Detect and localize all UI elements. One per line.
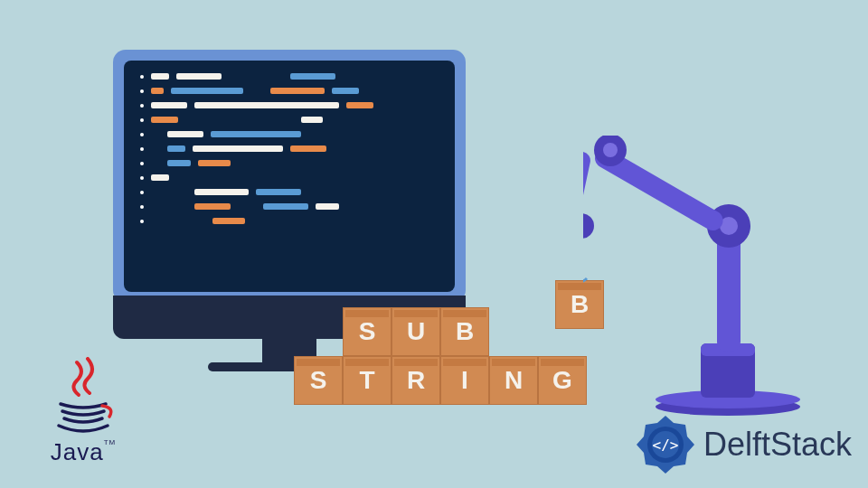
code-line [140, 88, 439, 94]
monitor-screen [124, 61, 455, 292]
java-cup-icon [52, 357, 115, 438]
box-r: R [392, 356, 440, 405]
box-row-top: S U B [343, 307, 587, 356]
box-t: T [343, 356, 392, 405]
code-line [140, 145, 439, 152]
code-line [140, 102, 439, 108]
svg-text:</>: </> [652, 436, 678, 454]
java-label: Java [51, 438, 104, 465]
code-line [140, 174, 439, 181]
boxes-stack: S U B S T R I N G [294, 307, 587, 405]
java-tm: TM [104, 438, 117, 446]
svg-point-9 [603, 143, 618, 157]
code-line [140, 131, 439, 137]
box-g: G [538, 356, 587, 405]
box-row-bottom: S T R I N G [294, 356, 587, 405]
box-s: S [343, 307, 392, 356]
svg-rect-10 [583, 150, 592, 224]
code-line [140, 189, 439, 195]
code-line [140, 160, 439, 166]
box-u: U [392, 307, 440, 356]
box-b: B [440, 307, 489, 356]
java-text: JavaTM [51, 438, 116, 466]
svg-point-11 [583, 213, 594, 239]
delftstack-logo: </> DelftStack [633, 412, 852, 477]
java-logo: JavaTM [29, 357, 137, 474]
box-s2: S [294, 356, 343, 405]
code-line [140, 73, 439, 80]
box-n: N [489, 356, 538, 405]
monitor-frame [113, 50, 466, 303]
box-i: I [440, 356, 489, 405]
delftstack-text: DelftStack [703, 426, 852, 464]
code-line [140, 203, 439, 210]
code-line [140, 218, 439, 224]
code-line [140, 117, 439, 123]
delftstack-badge-icon: </> [633, 412, 698, 477]
robot-arm-icon [583, 136, 818, 416]
robot-arm-illustration [583, 136, 818, 416]
